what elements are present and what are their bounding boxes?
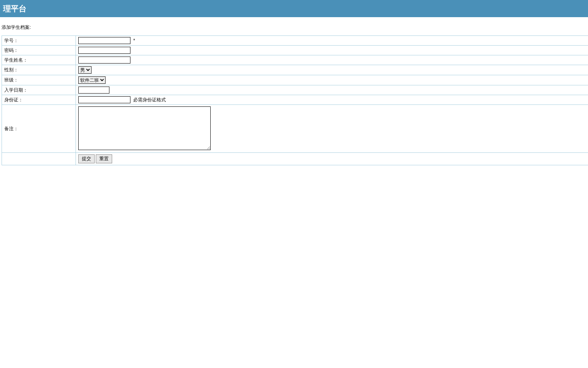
cell-remarks	[76, 105, 588, 153]
submit-button[interactable]: 提交	[78, 154, 95, 163]
row-class: 班级： 软件二班	[2, 75, 588, 85]
label-student-id: 学号：	[2, 36, 76, 46]
row-student-name: 学生姓名：	[2, 55, 588, 65]
student-name-input[interactable]	[78, 57, 130, 64]
page-header: 理平台	[0, 0, 588, 17]
label-gender: 性别：	[2, 65, 76, 75]
cell-student-name	[76, 55, 588, 65]
cell-password	[76, 46, 588, 55]
enroll-date-input[interactable]	[78, 87, 109, 94]
gender-select[interactable]: 男 女	[78, 66, 92, 74]
row-buttons: 提交 重置	[2, 153, 588, 165]
reset-button[interactable]: 重置	[96, 154, 112, 163]
student-id-hint: *	[133, 38, 135, 43]
student-form-table: 学号： * 密码： 学生姓名： 性别： 男 女	[2, 35, 588, 165]
id-card-input[interactable]	[78, 96, 130, 103]
label-class: 班级：	[2, 75, 76, 85]
header-title: 理平台	[3, 4, 26, 14]
row-remarks: 备注：	[2, 105, 588, 153]
row-password: 密码：	[2, 46, 588, 55]
label-id-card: 身份证：	[2, 95, 76, 105]
cell-gender: 男 女	[76, 65, 588, 75]
password-input[interactable]	[78, 47, 130, 54]
label-student-name: 学生姓名：	[2, 55, 76, 65]
row-gender: 性别： 男 女	[2, 65, 588, 75]
content-area: 添加学生档案: 学号： * 密码： 学生姓名： 性别： 男	[0, 17, 588, 165]
row-enroll-date: 入学日期：	[2, 85, 588, 95]
label-enroll-date: 入学日期：	[2, 85, 76, 95]
cell-buttons: 提交 重置	[76, 153, 588, 165]
label-password: 密码：	[2, 46, 76, 55]
row-id-card: 身份证： 必需身份证格式	[2, 95, 588, 105]
cell-class: 软件二班	[76, 75, 588, 85]
class-select[interactable]: 软件二班	[78, 76, 106, 84]
label-remarks: 备注：	[2, 105, 76, 153]
form-title: 添加学生档案:	[0, 21, 588, 35]
cell-enroll-date	[76, 85, 588, 95]
row-student-id: 学号： *	[2, 36, 588, 46]
cell-id-card: 必需身份证格式	[76, 95, 588, 105]
label-buttons	[2, 153, 76, 165]
cell-student-id: *	[76, 36, 588, 46]
id-card-hint: 必需身份证格式	[133, 97, 166, 103]
remarks-textarea[interactable]	[78, 106, 211, 150]
student-id-input[interactable]	[78, 37, 130, 44]
